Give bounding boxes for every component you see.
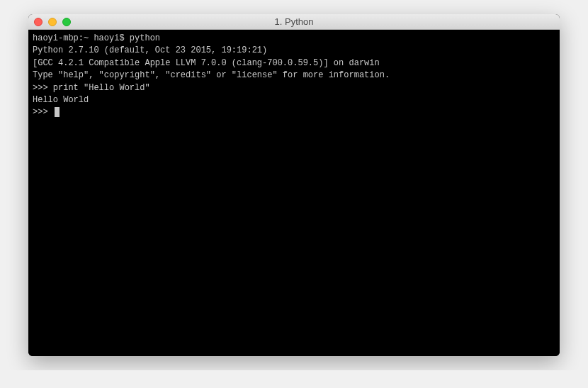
output-line: [GCC 4.2.1 Compatible Apple LLVM 7.0.0 (… <box>33 57 555 70</box>
shell-prompt: haoyi-mbp:~ haoyi$ <box>33 33 130 43</box>
terminal-body[interactable]: haoyi-mbp:~ haoyi$ python Python 2.7.10 … <box>28 30 560 356</box>
repl-line: >>> <box>33 106 555 118</box>
cursor-icon <box>55 107 60 117</box>
terminal-window: 1. Python haoyi-mbp:~ haoyi$ python Pyth… <box>28 14 560 356</box>
shell-line: haoyi-mbp:~ haoyi$ python <box>33 33 555 45</box>
repl-prompt: >>> <box>33 107 53 117</box>
repl-output: Hello World <box>33 94 555 106</box>
repl-input: print "Hello World" <box>53 83 150 93</box>
zoom-icon[interactable] <box>62 18 71 26</box>
repl-line: >>> print "Hello World" <box>33 82 555 94</box>
repl-prompt: >>> <box>33 83 53 93</box>
minimize-icon[interactable] <box>48 18 57 26</box>
close-icon[interactable] <box>34 18 43 26</box>
window-title: 1. Python <box>28 16 560 27</box>
output-line: Type "help", "copyright", "credits" or "… <box>33 70 555 82</box>
output-line: Python 2.7.10 (default, Oct 23 2015, 19:… <box>33 45 555 57</box>
traffic-lights <box>34 18 71 26</box>
titlebar[interactable]: 1. Python <box>28 14 560 30</box>
shell-command: python <box>130 33 160 43</box>
